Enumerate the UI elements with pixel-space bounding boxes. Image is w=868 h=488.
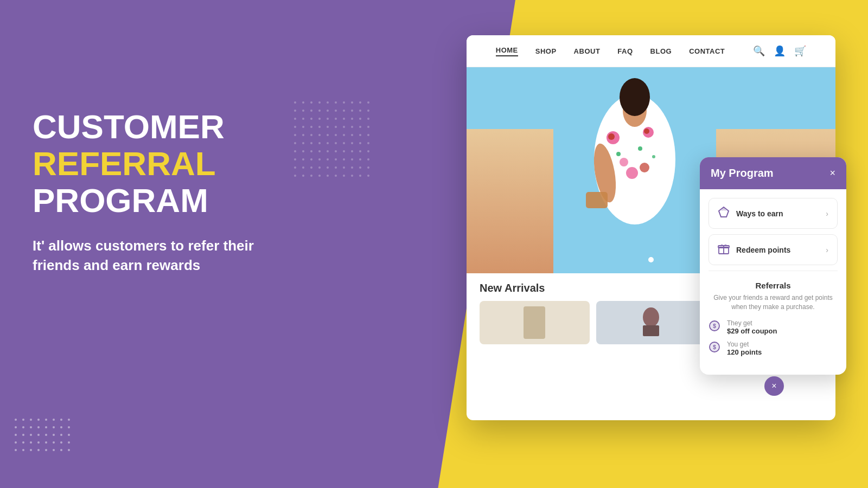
product-card-1[interactable] — [480, 301, 590, 344]
svg-point-124 — [310, 142, 312, 144]
ways-to-earn-chevron: › — [826, 209, 828, 218]
svg-point-56 — [620, 78, 650, 116]
svg-point-145 — [318, 158, 321, 160]
svg-point-34 — [30, 449, 32, 451]
you-get-info: You get 120 points — [727, 341, 762, 356]
svg-point-149 — [351, 158, 353, 160]
svg-point-159 — [351, 166, 353, 169]
nav-contact[interactable]: CONTACT — [689, 47, 725, 55]
headline-line1: CUSTOMER — [33, 108, 225, 145]
svg-point-17 — [22, 434, 24, 436]
they-get-icon: $ — [709, 320, 720, 335]
svg-point-135 — [318, 150, 321, 152]
svg-point-125 — [318, 142, 321, 144]
svg-point-36 — [45, 449, 47, 451]
svg-point-9 — [22, 426, 24, 428]
svg-point-3 — [37, 419, 40, 421]
svg-point-73 — [302, 101, 304, 104]
svg-point-25 — [22, 441, 24, 444]
svg-point-13 — [53, 426, 55, 428]
carousel-dot — [648, 257, 654, 262]
nav-home[interactable]: HOME — [496, 46, 518, 56]
svg-point-154 — [310, 166, 312, 169]
svg-point-35 — [37, 449, 40, 451]
user-icon[interactable]: 👤 — [774, 45, 786, 57]
svg-point-95 — [318, 118, 321, 120]
svg-point-14 — [60, 426, 62, 428]
svg-point-76 — [327, 101, 329, 104]
svg-point-85 — [318, 110, 321, 112]
svg-point-47 — [626, 167, 638, 179]
svg-point-161 — [367, 166, 369, 169]
nav-about[interactable]: ABOUT — [574, 47, 601, 55]
they-get-row: $ They get $29 off coupon — [709, 319, 838, 335]
svg-point-167 — [335, 175, 337, 177]
svg-point-29 — [53, 441, 55, 444]
nav-icons: 🔍 👤 🛒 — [753, 45, 806, 57]
referrals-desc: Give your friends a reward and get point… — [709, 293, 838, 312]
svg-point-128 — [343, 142, 345, 144]
svg-point-16 — [15, 434, 17, 436]
svg-point-127 — [335, 142, 337, 144]
floating-close-button[interactable]: × — [764, 376, 784, 396]
svg-point-19 — [37, 434, 40, 436]
panel-header: My Program × — [700, 157, 846, 189]
nav-shop[interactable]: SHOP — [535, 47, 557, 55]
svg-point-12 — [45, 426, 47, 428]
svg-point-49 — [640, 163, 649, 172]
headline-line3: PROGRAM — [33, 182, 208, 219]
svg-point-166 — [327, 175, 329, 177]
you-get-label: You get — [727, 341, 762, 348]
svg-point-75 — [318, 101, 321, 104]
redeem-points-item[interactable]: Redeem points › — [709, 234, 838, 265]
svg-point-11 — [37, 426, 40, 428]
svg-point-129 — [351, 142, 353, 144]
svg-point-111 — [367, 126, 369, 128]
svg-point-97 — [335, 118, 337, 120]
svg-point-86 — [327, 110, 329, 112]
svg-point-169 — [351, 175, 353, 177]
svg-point-23 — [68, 434, 70, 436]
ways-to-earn-item[interactable]: Ways to earn › — [709, 198, 838, 229]
svg-point-105 — [318, 126, 321, 128]
svg-point-51 — [638, 146, 642, 151]
search-icon[interactable]: 🔍 — [753, 45, 765, 57]
nav-faq[interactable]: FAQ — [617, 47, 633, 55]
svg-point-8 — [15, 426, 17, 428]
svg-point-44 — [608, 133, 615, 140]
redeem-points-left: Redeem points — [718, 242, 790, 257]
svg-point-109 — [351, 126, 353, 128]
svg-rect-57 — [524, 306, 545, 339]
svg-point-116 — [327, 134, 329, 136]
svg-point-155 — [318, 166, 321, 169]
svg-point-148 — [343, 158, 345, 160]
panel-close-button[interactable]: × — [829, 168, 835, 179]
you-get-row: $ You get 120 points — [709, 341, 838, 356]
svg-text:$: $ — [713, 323, 716, 329]
svg-point-7 — [68, 419, 70, 421]
cart-icon[interactable]: 🛒 — [794, 45, 806, 57]
svg-point-100 — [359, 118, 361, 120]
svg-point-170 — [359, 175, 361, 177]
svg-point-107 — [335, 126, 337, 128]
svg-point-74 — [310, 101, 312, 104]
they-get-info: They get $29 off coupon — [727, 319, 777, 335]
svg-point-160 — [359, 166, 361, 169]
you-get-value: 120 points — [727, 348, 762, 356]
svg-point-58 — [643, 307, 659, 327]
panel-title: My Program — [711, 167, 774, 179]
svg-point-151 — [367, 158, 369, 160]
panel-divider — [709, 271, 838, 271]
browser-nav: HOME SHOP ABOUT FAQ BLOG CONTACT 🔍 👤 🛒 — [467, 35, 835, 67]
product-card-2[interactable] — [596, 301, 706, 344]
svg-point-20 — [45, 434, 47, 436]
nav-blog[interactable]: BLOG — [650, 47, 672, 55]
svg-point-131 — [367, 142, 369, 144]
svg-point-21 — [53, 434, 55, 436]
svg-point-27 — [37, 441, 40, 444]
svg-text:$: $ — [713, 344, 716, 350]
svg-point-32 — [15, 449, 17, 451]
svg-point-106 — [327, 126, 329, 128]
svg-point-147 — [335, 158, 337, 160]
redeem-points-label: Redeem points — [736, 246, 790, 254]
